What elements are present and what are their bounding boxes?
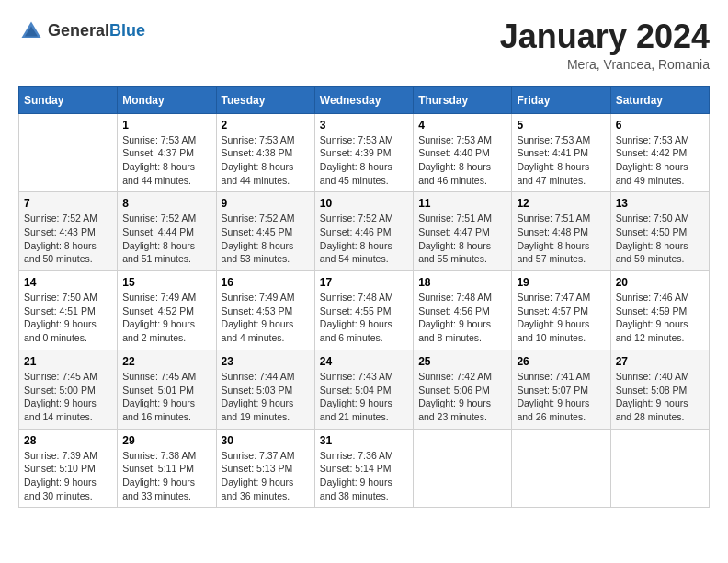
logo-icon — [18, 18, 44, 44]
day-info: Sunrise: 7:36 AMSunset: 5:14 PMDaylight:… — [320, 449, 408, 503]
day-number: 11 — [418, 197, 506, 210]
day-number: 10 — [320, 197, 408, 210]
weekday-header-friday: Friday — [512, 86, 610, 113]
day-info: Sunrise: 7:50 AMSunset: 4:51 PMDaylight:… — [24, 291, 112, 345]
day-number: 28 — [24, 434, 112, 447]
calendar-header: SundayMondayTuesdayWednesdayThursdayFrid… — [19, 86, 710, 113]
day-number: 22 — [122, 355, 210, 368]
day-info: Sunrise: 7:53 AMSunset: 4:42 PMDaylight:… — [616, 133, 704, 188]
day-info: Sunrise: 7:43 AMSunset: 5:04 PMDaylight:… — [320, 370, 408, 424]
day-info: Sunrise: 7:52 AMSunset: 4:43 PMDaylight:… — [24, 212, 112, 266]
calendar-cell: 12Sunrise: 7:51 AMSunset: 4:48 PMDayligh… — [512, 192, 610, 271]
calendar-cell: 7Sunrise: 7:52 AMSunset: 4:43 PMDaylight… — [19, 192, 118, 271]
day-number: 24 — [320, 355, 408, 368]
day-info: Sunrise: 7:37 AMSunset: 5:13 PMDaylight:… — [222, 449, 310, 503]
day-info: Sunrise: 7:47 AMSunset: 4:57 PMDaylight:… — [517, 291, 605, 345]
day-info: Sunrise: 7:51 AMSunset: 4:47 PMDaylight:… — [418, 212, 506, 266]
calendar-cell: 20Sunrise: 7:46 AMSunset: 4:59 PMDayligh… — [610, 271, 709, 350]
day-info: Sunrise: 7:52 AMSunset: 4:44 PMDaylight:… — [122, 212, 210, 266]
calendar-cell: 8Sunrise: 7:52 AMSunset: 4:44 PMDaylight… — [118, 192, 216, 271]
calendar-cell: 24Sunrise: 7:43 AMSunset: 5:04 PMDayligh… — [314, 350, 413, 429]
calendar-table: SundayMondayTuesdayWednesdayThursdayFrid… — [18, 86, 710, 509]
day-number: 4 — [418, 119, 506, 132]
calendar-cell — [19, 113, 118, 192]
calendar-week-4: 21Sunrise: 7:45 AMSunset: 5:00 PMDayligh… — [19, 350, 710, 429]
day-number: 2 — [222, 119, 310, 132]
day-info: Sunrise: 7:38 AMSunset: 5:11 PMDaylight:… — [122, 449, 210, 503]
day-number: 15 — [122, 276, 210, 289]
day-info: Sunrise: 7:53 AMSunset: 4:39 PMDaylight:… — [320, 133, 408, 188]
calendar-body: 1Sunrise: 7:53 AMSunset: 4:37 PMDaylight… — [19, 113, 710, 508]
calendar-week-2: 7Sunrise: 7:52 AMSunset: 4:43 PMDaylight… — [19, 192, 710, 271]
calendar-cell — [512, 429, 610, 508]
day-number: 25 — [418, 355, 506, 368]
logo-blue: Blue — [109, 22, 145, 40]
weekday-header-tuesday: Tuesday — [216, 86, 314, 113]
calendar-cell: 3Sunrise: 7:53 AMSunset: 4:39 PMDaylight… — [314, 113, 413, 192]
title-block: January 2024 Mera, Vrancea, Romania — [500, 18, 710, 72]
day-number: 31 — [320, 434, 408, 447]
calendar-cell: 27Sunrise: 7:40 AMSunset: 5:08 PMDayligh… — [610, 350, 709, 429]
weekday-row: SundayMondayTuesdayWednesdayThursdayFrid… — [19, 86, 710, 113]
day-info: Sunrise: 7:48 AMSunset: 4:55 PMDaylight:… — [320, 291, 408, 345]
day-info: Sunrise: 7:49 AMSunset: 4:52 PMDaylight:… — [122, 291, 210, 345]
calendar-cell: 25Sunrise: 7:42 AMSunset: 5:06 PMDayligh… — [414, 350, 512, 429]
day-info: Sunrise: 7:53 AMSunset: 4:40 PMDaylight:… — [418, 133, 506, 188]
day-number: 6 — [616, 119, 704, 132]
day-number: 21 — [24, 355, 112, 368]
calendar-cell: 31Sunrise: 7:36 AMSunset: 5:14 PMDayligh… — [314, 429, 413, 508]
calendar-week-1: 1Sunrise: 7:53 AMSunset: 4:37 PMDaylight… — [19, 113, 710, 192]
day-info: Sunrise: 7:49 AMSunset: 4:53 PMDaylight:… — [222, 291, 310, 345]
calendar-cell: 10Sunrise: 7:52 AMSunset: 4:46 PMDayligh… — [314, 192, 413, 271]
calendar-cell: 16Sunrise: 7:49 AMSunset: 4:53 PMDayligh… — [216, 271, 314, 350]
day-info: Sunrise: 7:39 AMSunset: 5:10 PMDaylight:… — [24, 449, 112, 503]
calendar-cell: 17Sunrise: 7:48 AMSunset: 4:55 PMDayligh… — [314, 271, 413, 350]
calendar-cell: 11Sunrise: 7:51 AMSunset: 4:47 PMDayligh… — [414, 192, 512, 271]
day-info: Sunrise: 7:45 AMSunset: 5:00 PMDaylight:… — [24, 370, 112, 424]
day-number: 30 — [222, 434, 310, 447]
day-info: Sunrise: 7:52 AMSunset: 4:46 PMDaylight:… — [320, 212, 408, 266]
weekday-header-saturday: Saturday — [610, 86, 709, 113]
day-info: Sunrise: 7:53 AMSunset: 4:41 PMDaylight:… — [517, 133, 605, 188]
day-number: 19 — [517, 276, 605, 289]
day-number: 12 — [517, 197, 605, 210]
day-number: 9 — [222, 197, 310, 210]
calendar-cell: 26Sunrise: 7:41 AMSunset: 5:07 PMDayligh… — [512, 350, 610, 429]
page-header: GeneralBlue January 2024 Mera, Vrancea, … — [18, 18, 710, 72]
day-number: 7 — [24, 197, 112, 210]
day-number: 8 — [122, 197, 210, 210]
calendar-cell: 9Sunrise: 7:52 AMSunset: 4:45 PMDaylight… — [216, 192, 314, 271]
day-info: Sunrise: 7:44 AMSunset: 5:03 PMDaylight:… — [222, 370, 310, 424]
day-info: Sunrise: 7:45 AMSunset: 5:01 PMDaylight:… — [122, 370, 210, 424]
calendar-cell: 6Sunrise: 7:53 AMSunset: 4:42 PMDaylight… — [610, 113, 709, 192]
day-number: 23 — [222, 355, 310, 368]
day-info: Sunrise: 7:52 AMSunset: 4:45 PMDaylight:… — [222, 212, 310, 266]
calendar-cell: 28Sunrise: 7:39 AMSunset: 5:10 PMDayligh… — [19, 429, 118, 508]
day-number: 5 — [517, 119, 605, 132]
day-number: 13 — [616, 197, 704, 210]
calendar-week-3: 14Sunrise: 7:50 AMSunset: 4:51 PMDayligh… — [19, 271, 710, 350]
calendar-cell: 15Sunrise: 7:49 AMSunset: 4:52 PMDayligh… — [118, 271, 216, 350]
weekday-header-monday: Monday — [118, 86, 216, 113]
weekday-header-thursday: Thursday — [414, 86, 512, 113]
day-number: 20 — [616, 276, 704, 289]
day-number: 27 — [616, 355, 704, 368]
location: Mera, Vrancea, Romania — [500, 57, 710, 72]
day-number: 26 — [517, 355, 605, 368]
calendar-cell: 14Sunrise: 7:50 AMSunset: 4:51 PMDayligh… — [19, 271, 118, 350]
day-number: 18 — [418, 276, 506, 289]
weekday-header-wednesday: Wednesday — [314, 86, 413, 113]
day-info: Sunrise: 7:51 AMSunset: 4:48 PMDaylight:… — [517, 212, 605, 266]
calendar-cell — [610, 429, 709, 508]
calendar-cell: 5Sunrise: 7:53 AMSunset: 4:41 PMDaylight… — [512, 113, 610, 192]
calendar-cell: 1Sunrise: 7:53 AMSunset: 4:37 PMDaylight… — [118, 113, 216, 192]
day-info: Sunrise: 7:46 AMSunset: 4:59 PMDaylight:… — [616, 291, 704, 345]
calendar-cell: 2Sunrise: 7:53 AMSunset: 4:38 PMDaylight… — [216, 113, 314, 192]
month-title: January 2024 — [500, 18, 710, 55]
calendar-cell: 23Sunrise: 7:44 AMSunset: 5:03 PMDayligh… — [216, 350, 314, 429]
weekday-header-sunday: Sunday — [19, 86, 118, 113]
calendar-cell: 29Sunrise: 7:38 AMSunset: 5:11 PMDayligh… — [118, 429, 216, 508]
day-info: Sunrise: 7:42 AMSunset: 5:06 PMDaylight:… — [418, 370, 506, 424]
day-number: 16 — [222, 276, 310, 289]
day-info: Sunrise: 7:50 AMSunset: 4:50 PMDaylight:… — [616, 212, 704, 266]
